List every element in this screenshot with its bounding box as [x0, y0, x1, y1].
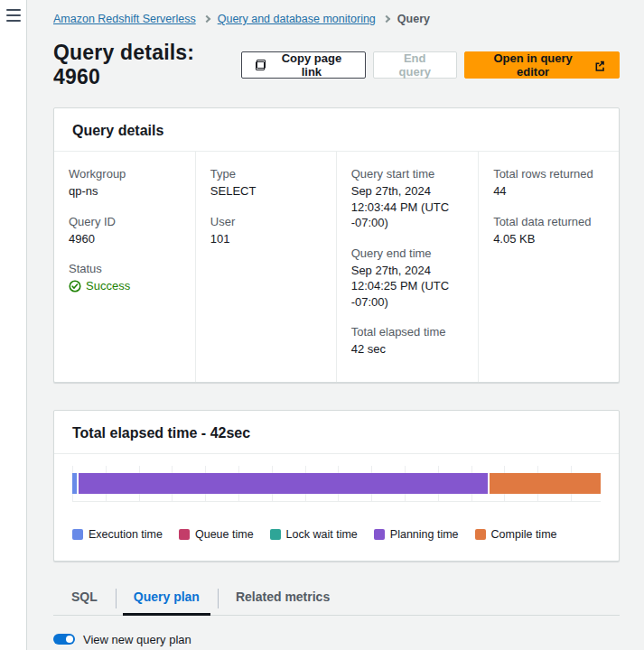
query-details-column-3: Query start timeSep 27th, 2024 12:03:44 …	[336, 152, 478, 382]
view-new-query-plan-row: View new query plan	[53, 633, 620, 646]
elapsed-bar	[72, 473, 601, 494]
main-content: Amazon Redshift Serverless Query and dat…	[27, 0, 644, 650]
field-label: Query start time	[351, 167, 462, 181]
query-details-card-header: Query details	[54, 108, 619, 152]
field-label: Status	[69, 262, 179, 275]
total-rows-returned-value: 44	[493, 183, 602, 200]
total-elapsed-time-value: 42 sec	[351, 341, 462, 358]
chevron-right-icon	[202, 15, 210, 23]
legend-label: Lock wait time	[286, 528, 358, 541]
external-link-icon	[594, 60, 605, 71]
legend-item[interactable]: Queue time	[179, 528, 254, 541]
type-value: SELECT	[210, 183, 320, 200]
legend-swatch-icon	[270, 529, 281, 540]
menu-icon[interactable]	[6, 9, 21, 22]
legend-label: Compile time	[491, 528, 557, 541]
field-label: Query end time	[351, 246, 462, 260]
chart-legend: Execution timeQueue timeLock wait timePl…	[72, 528, 601, 541]
total-data-returned-value: 4.05 KB	[493, 231, 602, 247]
query-start-time-value: Sep 27th, 2024 12:03:44 PM (UTC -07:00)	[351, 183, 462, 231]
legend-swatch-icon	[374, 529, 385, 540]
breadcrumb-link-redshift-serverless[interactable]: Amazon Redshift Serverless	[53, 13, 196, 25]
legend-item[interactable]: Compile time	[475, 528, 557, 541]
breadcrumb-current: Query	[397, 13, 430, 25]
breadcrumb-link-query-monitoring[interactable]: Query and database monitoring	[218, 13, 376, 25]
tab-sql[interactable]: SQL	[53, 582, 116, 615]
copy-page-link-label: Copy page link	[272, 51, 351, 79]
page-header: Query details: 4960 Copy page link End q…	[53, 41, 620, 89]
elapsed-time-card-header: Total elapsed time - 42sec	[54, 411, 619, 454]
status-badge: Success	[69, 278, 130, 294]
elapsed-time-title: Total elapsed time - 42sec	[72, 425, 250, 441]
open-in-query-editor-label: Open in query editor	[479, 51, 588, 79]
field-label: Type	[210, 167, 320, 181]
breadcrumb: Amazon Redshift Serverless Query and dat…	[53, 13, 620, 25]
field-label: Total rows returned	[493, 167, 602, 181]
chart-plot-area	[72, 466, 601, 502]
field-label: Workgroup	[69, 167, 179, 181]
view-new-query-plan-toggle[interactable]	[53, 634, 75, 645]
query-details-column-4: Total rows returned44 Total data returne…	[478, 152, 619, 382]
open-in-query-editor-button[interactable]: Open in query editor	[464, 51, 620, 79]
legend-item[interactable]: Planning time	[374, 528, 459, 541]
header-actions: Copy page link End query Open in query e…	[241, 51, 621, 79]
field-label: Total elapsed time	[351, 325, 462, 339]
status-text: Success	[86, 278, 130, 294]
success-check-icon	[69, 280, 81, 292]
field-label: Total data returned	[493, 215, 602, 228]
page: Amazon Redshift Serverless Query and dat…	[0, 0, 644, 650]
query-details-title: Query details	[72, 123, 163, 139]
legend-swatch-icon	[72, 529, 83, 540]
tab-related-metrics[interactable]: Related metrics	[218, 582, 348, 615]
end-query-button[interactable]: End query	[373, 51, 457, 79]
legend-swatch-icon	[179, 529, 190, 540]
workgroup-value: qp-ns	[69, 183, 179, 200]
query-details-column-2: TypeSELECT User101	[195, 152, 336, 382]
query-id-value: 4960	[69, 231, 179, 247]
legend-item[interactable]: Lock wait time	[270, 528, 358, 541]
user-value: 101	[210, 231, 320, 247]
legend-item[interactable]: Execution time	[72, 528, 163, 541]
field-label: Query ID	[69, 215, 179, 228]
legend-label: Execution time	[89, 528, 163, 541]
tab-query-plan[interactable]: Query plan	[116, 582, 218, 615]
copy-page-link-button[interactable]: Copy page link	[241, 51, 366, 79]
query-details-column-1: Workgroupqp-ns Query ID4960 Status Succe…	[54, 152, 195, 382]
end-query-label: End query	[387, 51, 443, 79]
elapsed-time-card: Total elapsed time - 42sec Execution tim…	[53, 410, 620, 562]
toggle-label: View new query plan	[83, 633, 191, 646]
copy-icon	[256, 60, 266, 70]
page-title: Query details: 4960	[53, 41, 241, 89]
field-label: User	[210, 215, 320, 228]
bar-segment-execution-time	[72, 473, 77, 494]
legend-label: Planning time	[390, 528, 459, 541]
collapsed-sidebar	[0, 0, 27, 650]
legend-swatch-icon	[475, 529, 486, 540]
bar-segment-compile-time	[490, 473, 601, 494]
elapsed-time-chart: Execution timeQueue timeLock wait timePl…	[54, 454, 619, 561]
query-end-time-value: Sep 27th, 2024 12:04:25 PM (UTC -07:00)	[351, 263, 462, 311]
chevron-right-icon	[383, 15, 390, 23]
tabs: SQL Query plan Related metrics	[53, 582, 620, 616]
query-details-grid: Workgroupqp-ns Query ID4960 Status Succe…	[54, 152, 619, 382]
query-details-card: Query details Workgroupqp-ns Query ID496…	[53, 107, 620, 383]
bar-segment-planning-time	[79, 473, 488, 494]
toggle-knob	[66, 636, 73, 643]
legend-label: Queue time	[195, 528, 254, 541]
